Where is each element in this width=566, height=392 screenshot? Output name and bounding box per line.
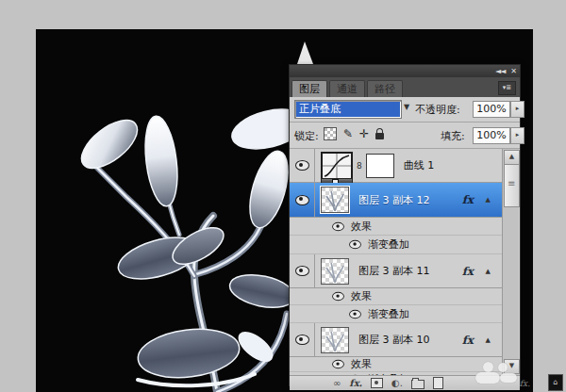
layers-panel-toolbar: ∞ fx. ◐.: [290, 375, 520, 390]
visibility-cell[interactable]: [290, 323, 315, 356]
scroll-down-icon[interactable]: ▼: [504, 359, 520, 374]
layer-list: 8 曲线 1 图层 3 副本 12 fx ▲: [290, 149, 520, 375]
fx-badge[interactable]: fx: [462, 193, 474, 206]
scrollbar-thumb[interactable]: [504, 164, 520, 207]
effects-label: 效果: [351, 220, 372, 234]
fx-badge[interactable]: fx: [462, 334, 474, 347]
add-layer-mask-icon[interactable]: [371, 378, 383, 388]
eye-icon[interactable]: [295, 266, 309, 276]
eye-icon[interactable]: [295, 160, 309, 171]
layer-row-curves[interactable]: 8 曲线 1: [290, 149, 502, 183]
tab-paths[interactable]: 路径: [367, 80, 403, 97]
effects-label: 效果: [351, 357, 372, 371]
layer-thumbnail[interactable]: [321, 327, 349, 353]
eye-icon[interactable]: [332, 292, 344, 301]
lock-transparency-icon[interactable]: [324, 127, 337, 140]
layer-list-scrollbar[interactable]: ▲ ▼: [502, 149, 519, 375]
new-layer-icon[interactable]: [433, 377, 443, 389]
fill-input[interactable]: 100%: [473, 127, 510, 144]
new-adjustment-layer-icon[interactable]: ◐.: [391, 378, 403, 389]
layer-name[interactable]: 图层 3 副本 12: [358, 193, 430, 207]
blend-mode-row: 正片叠底 ▼ 不透明度: 100% ▸: [290, 97, 520, 122]
lock-position-move-icon[interactable]: ✛: [359, 128, 369, 139]
close-panel-icon[interactable]: ✕: [510, 65, 516, 77]
gradient-overlay-label: 渐变叠加: [368, 307, 409, 321]
layer-thumbnail[interactable]: [321, 258, 349, 285]
new-group-icon[interactable]: [411, 380, 424, 389]
effects-label: 效果: [351, 289, 372, 303]
eye-icon[interactable]: [332, 221, 344, 230]
collapse-panel-icon[interactable]: ◄◄: [495, 65, 505, 77]
layer-thumbnail[interactable]: [321, 187, 349, 213]
collapse-effects-icon[interactable]: ▲: [486, 196, 491, 204]
opacity-slider-button[interactable]: ▸: [510, 101, 524, 118]
layer-mask-thumbnail[interactable]: [366, 154, 394, 178]
eye-icon[interactable]: [332, 360, 344, 368]
lock-label: 锁定:: [294, 129, 319, 143]
eye-icon[interactable]: [349, 240, 361, 249]
tab-channels[interactable]: 通道: [329, 80, 365, 97]
curves-curve: [323, 154, 351, 178]
panel-menu-icon[interactable]: ▾≣: [498, 81, 516, 95]
layer-name[interactable]: 图层 3 副本 10: [358, 333, 430, 347]
eye-icon[interactable]: [295, 195, 309, 205]
eye-icon[interactable]: [295, 335, 309, 345]
curves-adjustment-thumbnail[interactable]: [321, 152, 353, 180]
visibility-cell[interactable]: [290, 149, 315, 182]
lock-all-padlock-icon[interactable]: [375, 133, 384, 139]
panel-title-bar: ◄◄ ✕: [290, 65, 520, 77]
leaf-tip: [297, 41, 313, 64]
fill-label: 填充:: [441, 129, 465, 143]
lock-row: 锁定: ✎ ✛ 填充: 100% ▸: [290, 122, 520, 149]
corner-watermark-badge: ⌂: [548, 374, 563, 391]
fill-slider-button[interactable]: ▸: [510, 127, 524, 144]
fx-badge[interactable]: fx: [462, 265, 474, 278]
gradient-overlay-row[interactable]: 渐变叠加: [290, 305, 502, 323]
lock-paint-brush-icon[interactable]: ✎: [343, 128, 353, 139]
scroll-up-icon[interactable]: ▲: [504, 150, 520, 165]
layer-name[interactable]: 曲线 1: [404, 158, 435, 172]
thumbnail-sketch: [322, 328, 348, 352]
layer-name[interactable]: 图层 3 副本 11: [358, 264, 430, 278]
opacity-input[interactable]: 100%: [473, 101, 510, 118]
layer-row-copy10[interactable]: 图层 3 副本 10 fx ▲: [290, 323, 502, 357]
effects-row[interactable]: 效果: [290, 357, 502, 372]
blend-dropdown-arrow-icon[interactable]: ▼: [404, 103, 409, 111]
layer-row-copy12[interactable]: 图层 3 副本 12 fx ▲: [290, 183, 502, 218]
opacity-label: 不透明度:: [415, 103, 460, 117]
tab-layers[interactable]: 图层: [291, 80, 327, 97]
effects-row[interactable]: 效果: [290, 288, 502, 305]
layer-row-copy11[interactable]: 图层 3 副本 11 fx ▲: [290, 254, 502, 288]
collapse-effects-icon[interactable]: ▲: [486, 268, 491, 275]
visibility-cell[interactable]: [290, 254, 315, 287]
collapse-effects-icon[interactable]: ▲: [486, 336, 491, 344]
mask-link-icon[interactable]: 8: [357, 161, 362, 171]
thumbnail-sketch: [322, 188, 348, 212]
link-layers-icon[interactable]: ∞: [333, 378, 341, 389]
gradient-overlay-row[interactable]: 渐变叠加: [290, 236, 502, 254]
add-layer-style-icon[interactable]: fx.: [349, 378, 362, 388]
blend-mode-value: 正片叠底: [296, 102, 400, 117]
eye-icon[interactable]: [349, 309, 361, 318]
effects-row[interactable]: 效果: [290, 218, 502, 236]
gradient-overlay-label: 渐变叠加: [368, 237, 409, 252]
thumbnail-sketch: [322, 259, 348, 284]
layers-panel: ◄◄ ✕ 图层 通道 路径 ▾≣ 正片叠底 ▼ 不透明度: 100% ▸ 锁定:…: [289, 64, 521, 386]
photoshop-workspace: ◄◄ ✕ 图层 通道 路径 ▾≣ 正片叠底 ▼ 不透明度: 100% ▸ 锁定:…: [0, 0, 566, 392]
blend-mode-select[interactable]: 正片叠底: [294, 100, 402, 119]
visibility-cell[interactable]: [290, 183, 315, 217]
panel-tab-bar: 图层 通道 路径 ▾≣: [290, 77, 520, 97]
